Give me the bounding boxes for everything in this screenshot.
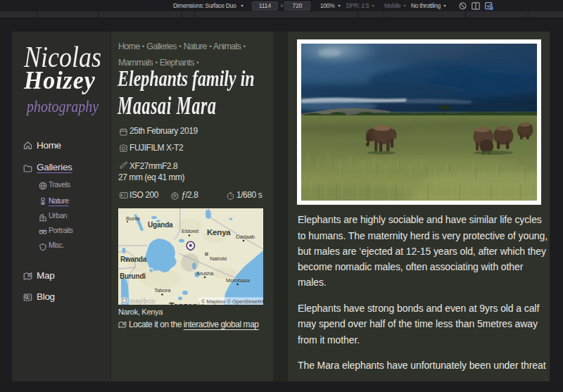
svg-text:Kenya: Kenya <box>207 228 231 236</box>
svg-text:© Mapbox © OpenStreetMap: © Mapbox © OpenStreetMap <box>201 298 263 304</box>
svg-text:Bunia: Bunia <box>126 215 140 222</box>
svg-text:Arusha: Arusha <box>196 270 214 277</box>
svg-text:Eldoret: Eldoret <box>182 228 199 234</box>
svg-text:Uganda: Uganda <box>148 221 173 229</box>
svg-text:mapbox: mapbox <box>129 297 156 305</box>
svg-text:Rwanda: Rwanda <box>120 255 147 263</box>
svg-text:Tabora: Tabora <box>154 287 171 293</box>
svg-text:Nairobi: Nairobi <box>210 255 227 262</box>
svg-text:Burundi: Burundi <box>120 272 146 280</box>
svg-text:Mombasa: Mombasa <box>226 277 250 284</box>
svg-text:Dadaab: Dadaab <box>236 234 255 240</box>
